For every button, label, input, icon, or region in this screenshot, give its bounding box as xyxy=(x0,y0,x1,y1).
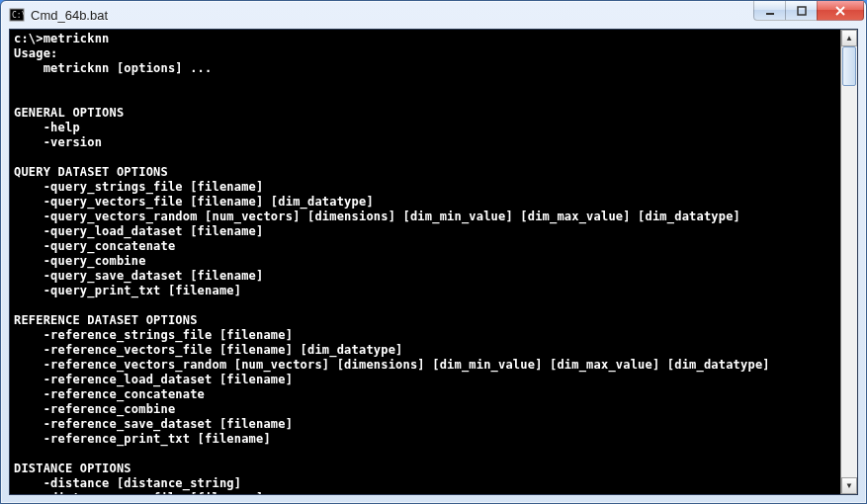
vertical-scrollbar[interactable]: ▲ ▼ xyxy=(840,30,857,494)
console-output[interactable]: c:\>metricknn Usage: metricknn [options]… xyxy=(10,30,840,494)
scrollbar-thumb[interactable] xyxy=(842,46,856,86)
svg-rect-2 xyxy=(766,13,774,15)
app-window: C:\ Cmd_64b.bat c:\>metricknn Usage: met… xyxy=(0,0,867,504)
scrollbar-track[interactable] xyxy=(841,46,857,477)
maximize-button[interactable] xyxy=(785,1,817,21)
cmd-icon: C:\ xyxy=(9,7,25,23)
svg-rect-3 xyxy=(798,7,806,15)
chevron-up-icon: ▲ xyxy=(845,34,853,42)
scroll-down-button[interactable]: ▼ xyxy=(841,477,857,494)
window-title: Cmd_64b.bat xyxy=(31,8,864,23)
minimize-button[interactable] xyxy=(753,1,785,21)
window-controls xyxy=(753,1,864,21)
titlebar[interactable]: C:\ Cmd_64b.bat xyxy=(1,1,866,29)
chevron-down-icon: ▼ xyxy=(845,481,853,490)
scroll-up-button[interactable]: ▲ xyxy=(841,30,857,46)
client-area: c:\>metricknn Usage: metricknn [options]… xyxy=(9,29,858,495)
close-button[interactable] xyxy=(817,1,864,21)
svg-text:C:\: C:\ xyxy=(12,11,25,20)
